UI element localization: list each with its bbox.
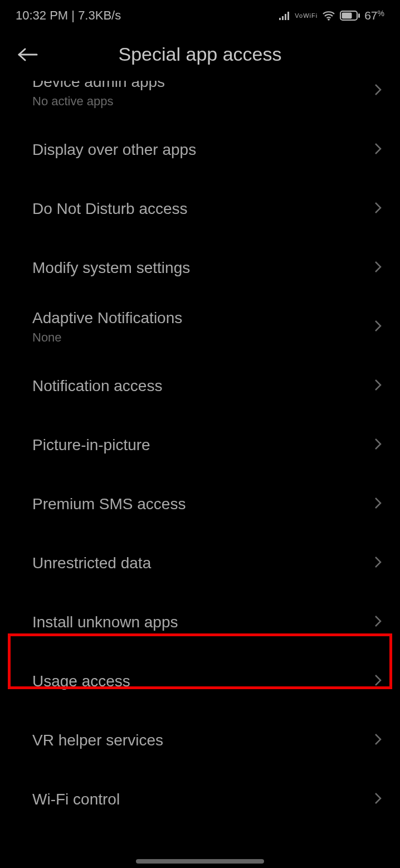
back-button[interactable] [11,47,45,62]
item-text: Install unknown apps [32,613,178,631]
chevron-right-icon [374,733,382,748]
chevron-right-icon [374,437,382,453]
item-do-not-disturb-access[interactable]: Do Not Disturb access [0,179,400,238]
item-text: Adaptive Notifications None [32,309,182,345]
item-display-over-other-apps[interactable]: Display over other apps [0,120,400,179]
item-vr-helper-services[interactable]: VR helper services [0,711,400,770]
chevron-right-icon [374,496,382,512]
item-text: Display over other apps [32,141,196,159]
svg-rect-6 [342,13,352,19]
chevron-right-icon [374,792,382,807]
item-premium-sms-access[interactable]: Premium SMS access [0,475,400,534]
status-time: 10:32 PM [16,8,68,23]
item-text: Modify system settings [32,259,190,277]
item-text: Notification access [32,377,162,395]
item-modify-system-settings[interactable]: Modify system settings [0,238,400,298]
item-text: Do Not Disturb access [32,200,188,218]
wifi-icon [322,11,335,21]
chevron-right-icon [374,142,382,158]
item-title: Premium SMS access [32,495,186,513]
item-subtitle: None [32,330,182,345]
item-title: Wi-Fi control [32,791,120,808]
item-adaptive-notifications[interactable]: Adaptive Notifications None [0,298,400,357]
gesture-nav-handle[interactable] [136,859,264,864]
status-net-speed: 7.3KB/s [78,8,121,23]
item-title: Device admin apps [32,81,165,91]
svg-rect-3 [287,12,289,20]
battery-percent: 67% [364,9,384,22]
app-header: Special app access [0,28,400,81]
chevron-right-icon [374,674,382,689]
item-text: Unrestricted data [32,554,151,572]
signal-icon [279,11,290,20]
svg-rect-0 [279,18,281,20]
item-text: Picture-in-picture [32,436,150,454]
settings-list[interactable]: Device admin apps No active apps Display… [0,81,400,868]
svg-point-4 [328,18,330,21]
item-text: VR helper services [32,732,163,749]
item-title: Display over other apps [32,141,196,159]
page-title: Special app access [45,43,355,65]
item-picture-in-picture[interactable]: Picture-in-picture [0,416,400,475]
chevron-right-icon [374,260,382,276]
svg-rect-2 [285,14,286,20]
item-title: Usage access [32,672,130,690]
item-text: Device admin apps No active apps [32,81,165,109]
item-title: Do Not Disturb access [32,200,188,218]
svg-rect-1 [282,16,284,20]
item-subtitle: No active apps [32,94,165,109]
arrow-left-icon [17,47,39,62]
status-separator: | [68,8,78,23]
item-title: Adaptive Notifications [32,309,182,327]
vowifi-icon: Vo WiFi [295,13,318,19]
item-title: Unrestricted data [32,554,151,572]
chevron-right-icon [374,83,382,99]
item-device-admin-apps[interactable]: Device admin apps No active apps [0,81,400,120]
item-title: Picture-in-picture [32,436,150,454]
item-text: Premium SMS access [32,495,186,513]
chevron-right-icon [374,378,382,394]
item-title: Install unknown apps [32,613,178,631]
item-title: Modify system settings [32,259,190,277]
svg-rect-7 [358,13,360,18]
item-text: Wi-Fi control [32,791,120,808]
item-text: Usage access [32,672,130,690]
item-usage-access[interactable]: Usage access [0,652,400,711]
chevron-right-icon [374,201,382,217]
item-install-unknown-apps[interactable]: Install unknown apps [0,593,400,652]
chevron-right-icon [374,615,382,630]
settings-list-inner: Device admin apps No active apps Display… [0,81,400,829]
battery-icon [340,11,360,21]
chevron-right-icon [374,555,382,571]
item-unrestricted-data[interactable]: Unrestricted data [0,534,400,593]
item-title: Notification access [32,377,162,395]
status-left: 10:32 PM | 7.3KB/s [16,8,121,23]
chevron-right-icon [374,319,382,335]
item-title: VR helper services [32,732,163,749]
item-wifi-control[interactable]: Wi-Fi control [0,770,400,829]
status-bar: 10:32 PM | 7.3KB/s Vo WiFi 67% [0,0,400,28]
item-notification-access[interactable]: Notification access [0,357,400,416]
status-right: Vo WiFi 67% [279,9,384,22]
